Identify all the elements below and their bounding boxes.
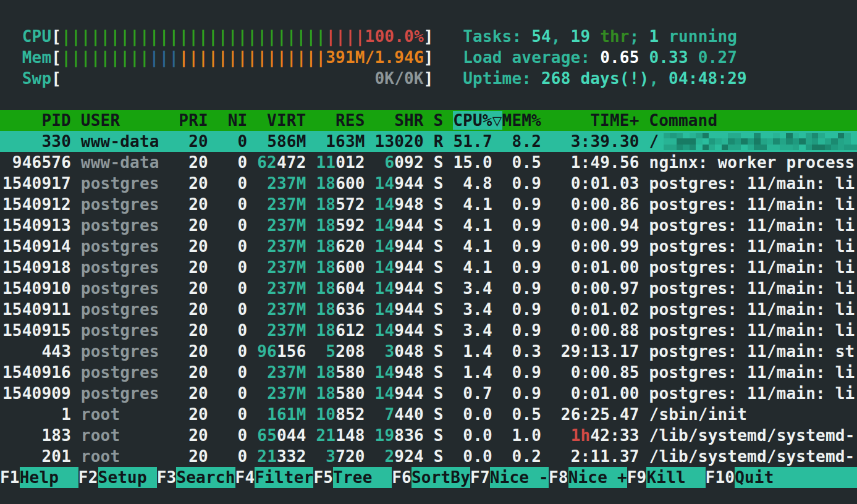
fkey-f2-key[interactable]: F2 [78, 467, 98, 488]
blank-line-top [0, 5, 857, 26]
fkey-f1-key[interactable]: F1 [0, 467, 20, 488]
swp-meter-label: Swp [22, 69, 52, 88]
redacted-command-blur [664, 133, 857, 150]
fkey-f5-key[interactable]: F5 [313, 467, 333, 488]
process-row[interactable]: 183 root 20 0 65044 21148 19836 S 0.0 1.… [0, 425, 857, 446]
process-row[interactable]: 946576 www-data 20 0 62472 11012 6092 S … [0, 152, 857, 173]
process-table-body: 330 www-data 20 0 586M 163M 13020 R 51.7… [0, 131, 857, 467]
process-row-selected[interactable]: 330 www-data 20 0 586M 163M 13020 R 51.7… [0, 131, 857, 152]
function-key-bar: F1Help F2Setup F3SearchF4FilterF5Tree F6… [0, 467, 857, 488]
fkey-f6-key[interactable]: F6 [392, 467, 412, 488]
fkey-f7-key[interactable]: F7 [470, 467, 490, 488]
mem-meter-line: Mem[|||||||||||||||||||||||||||391M/1.94… [0, 47, 857, 68]
fkey-f4-key[interactable]: F4 [235, 467, 255, 488]
fkey-f10-label[interactable]: Quit [735, 467, 857, 488]
fkey-f8-key[interactable]: F8 [549, 467, 568, 488]
process-row[interactable]: 1540914 postgres 20 0 237M 18620 14944 S… [0, 236, 857, 257]
sort-column-header[interactable]: CPU%▽ [453, 111, 502, 130]
blank-line-separator [0, 89, 857, 110]
process-row[interactable]: 1540912 postgres 20 0 237M 18572 14948 S… [0, 194, 857, 215]
mem-meter-label: Mem [22, 48, 52, 67]
fkey-f5-label[interactable]: Tree [333, 467, 392, 488]
htop-screen: CPU[|||||||||||||||||||||||||||||||100.0… [0, 0, 857, 504]
process-row[interactable]: 1540913 postgres 20 0 237M 18592 14944 S… [0, 215, 857, 236]
cpu-meter-value: 100.0% [365, 27, 424, 46]
process-row[interactable]: 1540909 postgres 20 0 237M 18580 14944 S… [0, 383, 857, 404]
process-row[interactable]: 1540917 postgres 20 0 237M 18600 14944 S… [0, 173, 857, 194]
process-row[interactable]: 1 root 20 0 161M 10852 7440 S 0.0 0.5 26… [0, 404, 857, 425]
fkey-f4-label[interactable]: Filter [255, 467, 313, 488]
fkey-f1-label[interactable]: Help [20, 467, 78, 488]
process-row[interactable]: 201 root 20 0 21332 3720 2924 S 0.0 0.2 … [0, 446, 857, 467]
process-row[interactable]: 1540918 postgres 20 0 237M 18600 14944 S… [0, 257, 857, 278]
process-row[interactable]: 1540911 postgres 20 0 237M 18636 14944 S… [0, 299, 857, 320]
swp-meter-value: 0K/0K [374, 69, 423, 88]
process-row[interactable]: 1540910 postgres 20 0 237M 18604 14944 S… [0, 278, 857, 299]
mem-meter-value: 391M/1.94G [326, 48, 424, 67]
cpu-meter-line: CPU[|||||||||||||||||||||||||||||||100.0… [0, 26, 857, 47]
fkey-f8-label[interactable]: Nice + [568, 467, 627, 488]
fkey-f6-label[interactable]: SortBy [412, 467, 470, 488]
fkey-f3-label[interactable]: Search [176, 467, 235, 488]
fkey-f3-key[interactable]: F3 [157, 467, 177, 488]
fkey-f9-label[interactable]: Kill [646, 467, 705, 488]
fkey-f9-key[interactable]: F9 [627, 467, 647, 488]
cpu-meter-label: CPU [22, 27, 52, 46]
swp-meter-line: Swp[ 0K/0K] Uptime: 268 days(!), 04:48:2… [0, 68, 857, 89]
process-row[interactable]: 443 postgres 20 0 96156 5208 3048 S 1.4 … [0, 341, 857, 362]
fkey-f2-label[interactable]: Setup [98, 467, 157, 488]
table-header[interactable]: PID USER PRI NI VIRT RES SHR S CPU%▽MEM%… [0, 110, 857, 131]
fkey-f10-key[interactable]: F10 [706, 467, 735, 488]
process-row[interactable]: 1540916 postgres 20 0 237M 18580 14948 S… [0, 362, 857, 383]
fkey-f7-label[interactable]: Nice - [490, 467, 549, 488]
process-row[interactable]: 1540915 postgres 20 0 237M 18612 14944 S… [0, 320, 857, 341]
